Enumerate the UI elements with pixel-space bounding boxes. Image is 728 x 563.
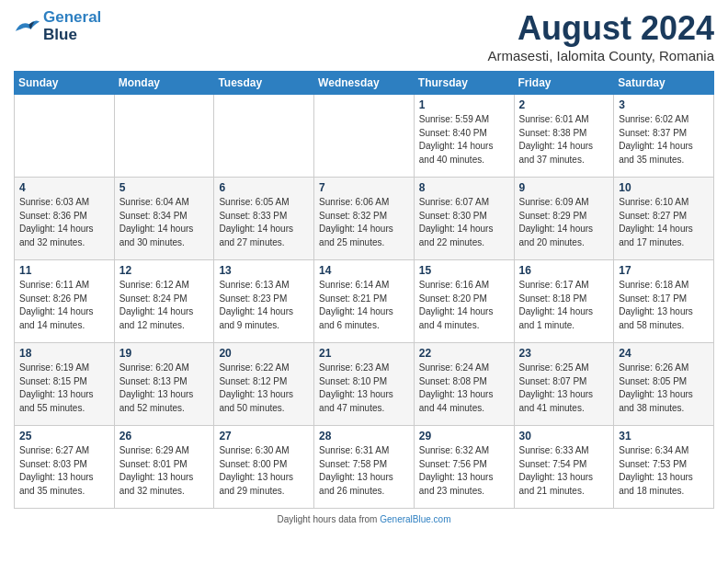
month-title: August 2024 (488, 9, 714, 48)
calendar-cell: 15Sunrise: 6:16 AM Sunset: 8:20 PM Dayli… (414, 260, 514, 343)
calendar-cell (214, 95, 314, 178)
day-number: 17 (619, 264, 709, 277)
day-number: 9 (519, 181, 609, 194)
day-info: Sunrise: 6:20 AM Sunset: 8:13 PM Dayligh… (119, 362, 210, 415)
week-row-1: 1Sunrise: 5:59 AM Sunset: 8:40 PM Daylig… (15, 95, 714, 178)
day-info: Sunrise: 6:12 AM Sunset: 8:24 PM Dayligh… (119, 279, 210, 332)
day-header-thursday: Thursday (414, 72, 514, 95)
calendar-cell: 23Sunrise: 6:25 AM Sunset: 8:07 PM Dayli… (514, 343, 614, 426)
day-info: Sunrise: 6:34 AM Sunset: 7:53 PM Dayligh… (619, 444, 709, 498)
day-info: Sunrise: 6:25 AM Sunset: 8:07 PM Dayligh… (519, 362, 609, 415)
day-info: Sunrise: 6:30 AM Sunset: 8:00 PM Dayligh… (219, 444, 309, 498)
title-area: August 2024 Armasesti, Ialomita County, … (488, 9, 714, 63)
calendar-cell: 13Sunrise: 6:13 AM Sunset: 8:23 PM Dayli… (214, 260, 314, 343)
day-number: 10 (619, 181, 709, 194)
calendar-cell: 18Sunrise: 6:19 AM Sunset: 8:15 PM Dayli… (15, 343, 115, 426)
calendar-cell: 25Sunrise: 6:27 AM Sunset: 8:03 PM Dayli… (15, 426, 115, 509)
calendar-cell: 7Sunrise: 6:06 AM Sunset: 8:32 PM Daylig… (314, 178, 415, 260)
calendar-cell: 12Sunrise: 6:12 AM Sunset: 8:24 PM Dayli… (114, 260, 214, 343)
week-row-4: 18Sunrise: 6:19 AM Sunset: 8:15 PM Dayli… (15, 343, 714, 426)
day-info: Sunrise: 6:03 AM Sunset: 8:36 PM Dayligh… (19, 196, 109, 249)
calendar-cell: 1Sunrise: 5:59 AM Sunset: 8:40 PM Daylig… (414, 95, 514, 178)
day-number: 3 (619, 98, 709, 111)
day-number: 7 (319, 181, 409, 194)
day-info: Sunrise: 6:05 AM Sunset: 8:33 PM Dayligh… (219, 196, 309, 249)
footer-link[interactable]: GeneralBlue.com (380, 514, 450, 524)
calendar-cell: 11Sunrise: 6:11 AM Sunset: 8:26 PM Dayli… (15, 260, 115, 343)
calendar-cell: 22Sunrise: 6:24 AM Sunset: 8:08 PM Dayli… (414, 343, 514, 426)
day-number: 2 (519, 98, 609, 111)
footer-note: Daylight hours data from GeneralBlue.com (14, 514, 714, 524)
day-number: 6 (219, 181, 309, 194)
day-number: 11 (19, 264, 109, 277)
day-info: Sunrise: 6:22 AM Sunset: 8:12 PM Dayligh… (219, 362, 309, 415)
calendar-cell: 29Sunrise: 6:32 AM Sunset: 7:56 PM Dayli… (414, 426, 514, 509)
calendar-cell: 27Sunrise: 6:30 AM Sunset: 8:00 PM Dayli… (214, 426, 314, 509)
day-number: 16 (519, 264, 609, 277)
day-number: 4 (19, 181, 109, 194)
day-number: 25 (19, 430, 109, 442)
calendar-cell: 17Sunrise: 6:18 AM Sunset: 8:17 PM Dayli… (614, 260, 714, 343)
calendar-cell: 31Sunrise: 6:34 AM Sunset: 7:53 PM Dayli… (614, 426, 714, 509)
day-info: Sunrise: 6:26 AM Sunset: 8:05 PM Dayligh… (619, 362, 709, 415)
calendar-cell: 24Sunrise: 6:26 AM Sunset: 8:05 PM Dayli… (614, 343, 714, 426)
day-info: Sunrise: 6:02 AM Sunset: 8:37 PM Dayligh… (619, 113, 709, 167)
calendar-cell: 26Sunrise: 6:29 AM Sunset: 8:01 PM Dayli… (114, 426, 214, 509)
day-header-tuesday: Tuesday (214, 72, 314, 95)
day-number: 27 (219, 430, 309, 442)
calendar-cell (114, 95, 214, 178)
day-info: Sunrise: 6:06 AM Sunset: 8:32 PM Dayligh… (319, 196, 409, 249)
day-number: 24 (619, 347, 709, 360)
calendar-cell: 3Sunrise: 6:02 AM Sunset: 8:37 PM Daylig… (614, 95, 714, 178)
calendar-cell: 28Sunrise: 6:31 AM Sunset: 7:58 PM Dayli… (314, 426, 415, 509)
day-header-friday: Friday (514, 72, 614, 95)
calendar-cell: 6Sunrise: 6:05 AM Sunset: 8:33 PM Daylig… (214, 178, 314, 260)
day-header-monday: Monday (114, 72, 214, 95)
day-info: Sunrise: 6:09 AM Sunset: 8:29 PM Dayligh… (519, 196, 609, 249)
day-number: 18 (19, 347, 109, 360)
day-info: Sunrise: 6:23 AM Sunset: 8:10 PM Dayligh… (319, 362, 409, 415)
calendar-cell: 8Sunrise: 6:07 AM Sunset: 8:30 PM Daylig… (414, 178, 514, 260)
day-header-wednesday: Wednesday (314, 72, 415, 95)
logo-text: General Blue (43, 9, 101, 43)
location-title: Armasesti, Ialomita County, Romania (488, 48, 714, 63)
day-number: 19 (119, 347, 210, 360)
calendar-cell: 10Sunrise: 6:10 AM Sunset: 8:27 PM Dayli… (614, 178, 714, 260)
day-number: 14 (319, 264, 409, 277)
calendar-cell (15, 95, 115, 178)
calendar-cell: 5Sunrise: 6:04 AM Sunset: 8:34 PM Daylig… (114, 178, 214, 260)
calendar-cell: 4Sunrise: 6:03 AM Sunset: 8:36 PM Daylig… (15, 178, 115, 260)
day-number: 15 (419, 264, 509, 277)
day-info: Sunrise: 6:29 AM Sunset: 8:01 PM Dayligh… (119, 444, 210, 498)
day-number: 21 (319, 347, 409, 360)
day-number: 5 (119, 181, 210, 194)
logo-bird-icon (14, 17, 40, 37)
days-header-row: SundayMondayTuesdayWednesdayThursdayFrid… (15, 72, 714, 95)
day-number: 13 (219, 264, 309, 277)
calendar-cell (314, 95, 415, 178)
calendar-cell: 20Sunrise: 6:22 AM Sunset: 8:12 PM Dayli… (214, 343, 314, 426)
day-info: Sunrise: 5:59 AM Sunset: 8:40 PM Dayligh… (419, 113, 509, 167)
logo: General Blue (14, 9, 101, 43)
day-number: 12 (119, 264, 210, 277)
footer-daylight-text: Daylight hours (278, 514, 336, 524)
week-row-2: 4Sunrise: 6:03 AM Sunset: 8:36 PM Daylig… (15, 178, 714, 260)
day-number: 8 (419, 181, 509, 194)
day-number: 23 (519, 347, 609, 360)
day-number: 26 (119, 430, 210, 442)
calendar-cell: 16Sunrise: 6:17 AM Sunset: 8:18 PM Dayli… (514, 260, 614, 343)
day-number: 22 (419, 347, 509, 360)
day-info: Sunrise: 6:04 AM Sunset: 8:34 PM Dayligh… (119, 196, 210, 249)
calendar-cell: 30Sunrise: 6:33 AM Sunset: 7:54 PM Dayli… (514, 426, 614, 509)
day-info: Sunrise: 6:07 AM Sunset: 8:30 PM Dayligh… (419, 196, 509, 249)
week-row-3: 11Sunrise: 6:11 AM Sunset: 8:26 PM Dayli… (15, 260, 714, 343)
day-info: Sunrise: 6:27 AM Sunset: 8:03 PM Dayligh… (19, 444, 109, 498)
week-row-5: 25Sunrise: 6:27 AM Sunset: 8:03 PM Dayli… (15, 426, 714, 509)
day-info: Sunrise: 6:31 AM Sunset: 7:58 PM Dayligh… (319, 444, 409, 498)
day-header-sunday: Sunday (15, 72, 115, 95)
day-number: 1 (419, 98, 509, 111)
calendar-cell: 9Sunrise: 6:09 AM Sunset: 8:29 PM Daylig… (514, 178, 614, 260)
day-number: 20 (219, 347, 309, 360)
day-number: 30 (519, 430, 609, 442)
calendar-cell: 21Sunrise: 6:23 AM Sunset: 8:10 PM Dayli… (314, 343, 415, 426)
